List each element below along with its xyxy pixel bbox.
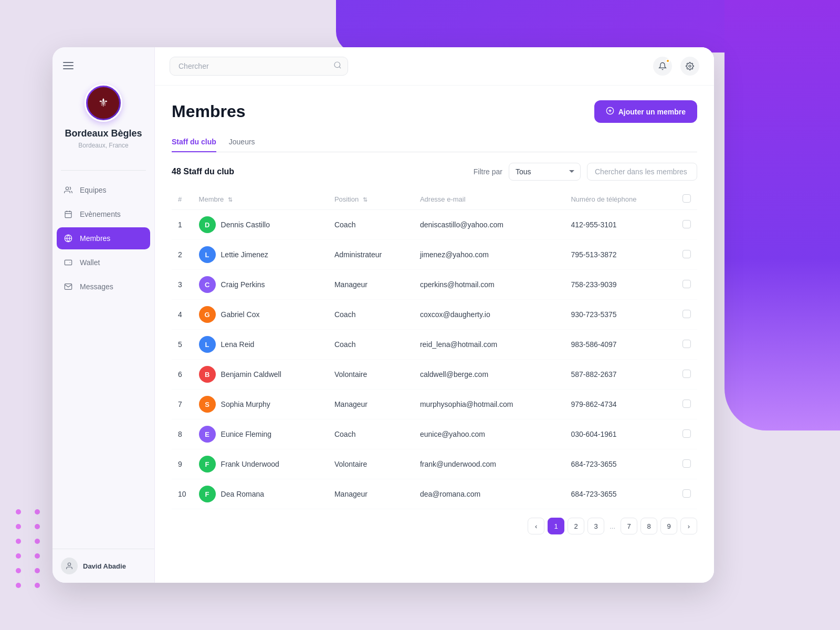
sort-position-icon[interactable]: ⇅ xyxy=(363,196,368,203)
wallet-icon xyxy=(63,257,74,268)
user-name: David Abadie xyxy=(83,562,126,570)
member-name: Lettie Jimenez xyxy=(221,250,268,259)
notification-button[interactable] xyxy=(653,57,672,76)
table-row: 10 F Dea Romana Manageur dea@romana.com … xyxy=(172,479,697,509)
cell-email: deniscastillo@yahoo.com xyxy=(414,210,565,240)
row-checkbox[interactable] xyxy=(682,250,691,258)
page-btn-9[interactable]: 9 xyxy=(660,518,677,534)
member-name: Eunice Fleming xyxy=(221,430,272,438)
svg-rect-1 xyxy=(65,211,71,217)
row-checkbox[interactable] xyxy=(682,220,691,228)
cell-num: 5 xyxy=(172,330,193,360)
cell-position: Coach xyxy=(328,300,414,330)
sidebar: Bordeaux Bègles Bordeaux, France Equipes xyxy=(52,47,155,583)
row-checkbox[interactable] xyxy=(682,310,691,318)
nav-label-messages: Messages xyxy=(80,282,113,291)
row-checkbox[interactable] xyxy=(682,400,691,408)
notification-badge xyxy=(666,59,670,63)
sort-membre-icon[interactable]: ⇅ xyxy=(228,196,233,203)
member-name: Dea Romana xyxy=(221,490,265,498)
tabs: Staff du club Joueurs xyxy=(172,133,697,152)
filter-select[interactable]: Tous Coach Administrateur Manageur Volon… xyxy=(509,163,581,181)
row-checkbox[interactable] xyxy=(682,429,691,438)
sidebar-item-messages[interactable]: Messages xyxy=(57,276,150,298)
tab-staff[interactable]: Staff du club xyxy=(172,133,216,152)
row-checkbox[interactable] xyxy=(682,280,691,288)
member-avatar: D xyxy=(199,216,216,233)
globe-icon xyxy=(63,233,74,244)
page-title: Membres xyxy=(172,102,246,121)
page-btn-8[interactable]: 8 xyxy=(640,518,657,534)
sidebar-item-equipes[interactable]: Equipes xyxy=(57,179,150,201)
svg-point-8 xyxy=(68,563,70,565)
page-prev-button[interactable]: ‹ xyxy=(528,518,544,534)
select-all-checkbox[interactable] xyxy=(682,194,691,203)
cell-email: caldwell@berge.com xyxy=(414,360,565,390)
search-input[interactable] xyxy=(170,57,348,76)
member-name: Gabriel Cox xyxy=(221,310,260,319)
cell-email: murphysophia@hotmail.com xyxy=(414,390,565,419)
cell-num: 7 xyxy=(172,390,193,419)
row-checkbox[interactable] xyxy=(682,489,691,498)
sidebar-footer: David Abadie xyxy=(52,549,154,583)
settings-button[interactable] xyxy=(680,57,699,76)
cell-num: 10 xyxy=(172,479,193,509)
cell-email: reid_lena@hotmail.com xyxy=(414,330,565,360)
cell-checkbox xyxy=(676,479,697,509)
user-avatar xyxy=(61,558,78,574)
cell-num: 3 xyxy=(172,270,193,300)
table-body: 1 D Dennis Castillo Coach deniscastillo@… xyxy=(172,210,697,509)
tab-joueurs[interactable]: Joueurs xyxy=(229,133,255,152)
page-next-button[interactable]: › xyxy=(680,518,697,534)
cell-email: dea@romana.com xyxy=(414,479,565,509)
page-header: Membres Ajouter un membre xyxy=(172,100,697,123)
cell-phone: 979-862-4734 xyxy=(564,390,676,419)
page-btn-3[interactable]: 3 xyxy=(587,518,604,534)
bg-decoration-right xyxy=(724,0,840,430)
nav-label-wallet: Wallet xyxy=(80,258,100,267)
cell-phone: 684-723-3655 xyxy=(564,449,676,479)
table-row: 2 L Lettie Jimenez Administrateur jimene… xyxy=(172,240,697,270)
sidebar-item-evenements[interactable]: Evènements xyxy=(57,203,150,225)
row-checkbox[interactable] xyxy=(682,340,691,348)
col-position: Position ⇅ xyxy=(328,189,414,210)
sidebar-item-membres[interactable]: Membres xyxy=(57,227,150,249)
svg-rect-7 xyxy=(65,260,71,265)
cell-phone: 758-233-9039 xyxy=(564,270,676,300)
search-members-input[interactable] xyxy=(587,163,697,181)
svg-point-9 xyxy=(334,62,340,68)
page-btn-7[interactable]: 7 xyxy=(621,518,637,534)
member-name: Frank Underwood xyxy=(221,460,279,468)
table-row: 5 L Lena Reid Coach reid_lena@hotmail.co… xyxy=(172,330,697,360)
hamburger-button[interactable] xyxy=(61,58,146,74)
pagination: ‹ 1 2 3 ... 7 8 9 › xyxy=(172,509,697,537)
row-checkbox[interactable] xyxy=(682,459,691,468)
club-logo xyxy=(85,84,122,122)
club-location: Bordeaux, France xyxy=(61,142,146,149)
cell-num: 9 xyxy=(172,449,193,479)
users-icon xyxy=(63,185,74,195)
members-table: # Membre ⇅ Position ⇅ Adresse e-mail Num… xyxy=(172,189,697,509)
main-card: Bordeaux Bègles Bordeaux, France Equipes xyxy=(52,47,714,583)
member-avatar: F xyxy=(199,456,216,472)
add-member-button[interactable]: Ajouter un membre xyxy=(594,100,697,123)
page-btn-1[interactable]: 1 xyxy=(548,518,564,534)
sidebar-item-wallet[interactable]: Wallet xyxy=(57,251,150,274)
cell-num: 1 xyxy=(172,210,193,240)
cell-member: C Craig Perkins xyxy=(193,270,328,300)
svg-point-11 xyxy=(689,65,691,67)
cell-checkbox xyxy=(676,300,697,330)
col-checkbox-all xyxy=(676,189,697,210)
page-btn-2[interactable]: 2 xyxy=(568,518,584,534)
cell-member: E Eunice Fleming xyxy=(193,419,328,449)
member-name: Lena Reid xyxy=(221,340,255,349)
cell-checkbox xyxy=(676,419,697,449)
member-name: Dennis Castillo xyxy=(221,220,270,229)
row-checkbox[interactable] xyxy=(682,370,691,378)
col-membre: Membre ⇅ xyxy=(193,189,328,210)
cell-checkbox xyxy=(676,449,697,479)
content-area: Membres Ajouter un membre Staff du club … xyxy=(155,86,714,583)
cell-checkbox xyxy=(676,210,697,240)
topbar xyxy=(155,47,714,86)
table-row: 8 E Eunice Fleming Coach eunice@yahoo.co… xyxy=(172,419,697,449)
